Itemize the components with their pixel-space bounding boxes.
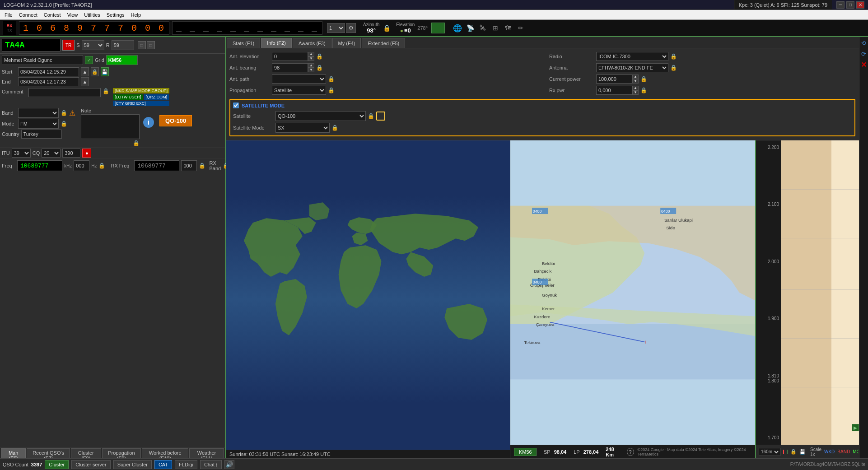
rst-input[interactable]	[112, 40, 134, 50]
cluster-btn[interactable]: Cluster	[45, 460, 69, 469]
country-input[interactable]	[21, 130, 62, 139]
menu-connect[interactable]: Connect	[16, 11, 40, 19]
svg-text:Kuzdere: Kuzdere	[534, 314, 550, 319]
power-down[interactable]: ▼	[632, 79, 639, 84]
map-help-btn[interactable]: ?	[627, 448, 634, 456]
propagation-row: Propagation Satellite 🔒	[229, 86, 536, 95]
menu-help[interactable]: Help	[128, 11, 144, 19]
mode-label-spectrum[interactable]: MODE	[853, 449, 859, 454]
band-label-spectrum[interactable]: BAND	[837, 449, 850, 454]
s-select[interactable]: 59	[82, 40, 104, 50]
radio-select[interactable]: ICOM IC-7300	[596, 52, 668, 61]
title-bar-controls: ─ □ ✕	[836, 1, 864, 9]
ant-elev-down[interactable]: ▼	[308, 56, 314, 61]
menu-file[interactable]: File	[2, 11, 15, 19]
mode-label: Mode	[2, 121, 16, 126]
chat-btn[interactable]: Chat {	[200, 460, 222, 469]
status-bar: QSO Count 3397 Cluster Cluster server Su…	[0, 458, 868, 470]
cat-btn[interactable]: CAT	[154, 460, 172, 469]
tab-man[interactable]: Man (F6)	[1, 448, 26, 458]
grid-input[interactable]	[106, 55, 138, 65]
side-icon-2[interactable]: ⟳	[860, 50, 868, 58]
channel-select[interactable]: 1	[327, 23, 345, 33]
comment-input[interactable]	[28, 88, 101, 97]
itu-select[interactable]: 39	[12, 149, 31, 158]
info-circle-btn[interactable]: i	[143, 117, 154, 128]
mode-select[interactable]: FM	[18, 119, 59, 129]
callsign-input[interactable]	[2, 39, 61, 51]
propagation-select[interactable]: Satellite	[272, 86, 326, 95]
band-select[interactable]	[18, 108, 59, 118]
minimize-button[interactable]: ─	[836, 1, 845, 9]
tab-my[interactable]: My (F4)	[332, 38, 361, 48]
end-edit-btn[interactable]: ▲	[81, 77, 89, 86]
fldigi-btn[interactable]: FLDigi	[175, 460, 197, 469]
tab-recent-qsos[interactable]: Recent QSO's (F7)	[27, 448, 70, 458]
ant-elev-input[interactable]	[272, 52, 308, 61]
antenna-select[interactable]: EFHW-8010-2K END FE	[596, 63, 668, 72]
square-icon2: □	[147, 41, 155, 49]
tab-cluster[interactable]: Cluster (F8)	[71, 448, 101, 458]
lp-label: LP	[574, 449, 579, 455]
end-save-btn[interactable]: 💾	[101, 67, 109, 76]
rxfreq-hz-input[interactable]	[181, 160, 197, 171]
spectrum-active-region	[781, 140, 831, 445]
close-button[interactable]: ✕	[856, 1, 864, 9]
pencil-icon-btn[interactable]: ✏	[515, 23, 526, 33]
globe-icon-btn[interactable]: 🌐	[452, 23, 463, 33]
cluster-server-btn[interactable]: Cluster server	[71, 460, 110, 469]
stats-tabs: Stats (F1) Info (F2) Awards (F3) My (F4)…	[226, 37, 859, 48]
rxpwr-input[interactable]	[596, 86, 632, 95]
tab-weather[interactable]: Weather (F11)	[189, 448, 224, 458]
note-textarea[interactable]	[81, 114, 140, 139]
freq-hz-input[interactable]	[74, 160, 89, 171]
satellite-mode-checkbox[interactable]	[233, 102, 239, 108]
menu-contest[interactable]: Contest	[41, 11, 64, 19]
spectrum-toggle[interactable]: ▶	[852, 424, 859, 431]
maximize-button[interactable]: □	[846, 1, 854, 9]
rxpwr-down[interactable]: ▼	[632, 90, 639, 95]
grid-icon-btn[interactable]: ⊞	[490, 23, 501, 33]
tab-awards[interactable]: Awards (F3)	[293, 38, 331, 48]
ant-bearing-input[interactable]	[272, 63, 308, 72]
speaker-btn[interactable]: 🔊	[224, 460, 234, 469]
start-edit-btn[interactable]: ▲	[81, 67, 89, 76]
menu-settings[interactable]: Settings	[104, 11, 127, 19]
satellite-select[interactable]: QO-100	[275, 111, 366, 121]
cq2-input[interactable]	[62, 149, 80, 158]
ant-elev-up[interactable]: ▲	[308, 52, 314, 56]
satellite-mode-select[interactable]: SX	[275, 123, 330, 133]
tab-info[interactable]: Info (F2)	[261, 38, 292, 48]
side-icon-x[interactable]: ✕	[860, 60, 868, 69]
super-cluster-btn[interactable]: Super Cluster	[113, 460, 152, 469]
satellite-icon-btn[interactable]: 🛰	[477, 23, 488, 33]
start-input[interactable]	[18, 67, 79, 76]
cq-red-btn[interactable]: ●	[82, 149, 91, 158]
tab-propagation[interactable]: Propagation (F9)	[102, 448, 141, 458]
flag-button[interactable]: TR	[62, 40, 75, 51]
antenna-icon-btn[interactable]: 📡	[465, 23, 476, 33]
tab-worked-before[interactable]: Worked before (F10)	[142, 448, 188, 458]
rxpwr-up[interactable]: ▲	[632, 86, 639, 90]
tab-extended[interactable]: Extended (F5)	[362, 38, 405, 48]
ant-path-select[interactable]	[272, 74, 326, 84]
menu-utilities[interactable]: Utilities	[81, 11, 103, 19]
tab-stats[interactable]: Stats (F1)	[227, 38, 260, 48]
name-lock-btn[interactable]: ✓	[85, 56, 93, 64]
band-select-spectrum[interactable]: 160m	[759, 448, 780, 456]
ant-bearing-up[interactable]: ▲	[308, 63, 314, 68]
menu-view[interactable]: View	[65, 11, 81, 19]
freq-main-input[interactable]	[17, 160, 62, 171]
wkd-label[interactable]: WKD	[824, 449, 835, 454]
spectrum-scale: 2.200 2.100 2.000 1.900 1.8101.800 1.700	[756, 140, 781, 445]
cq-select[interactable]: 20	[42, 149, 61, 158]
current-power-input[interactable]	[596, 74, 632, 84]
map-icon-btn[interactable]: 🗺	[503, 23, 513, 33]
side-icon-1[interactable]: ⟲	[860, 39, 868, 47]
channel-settings-btn[interactable]: ⚙	[346, 23, 356, 33]
name-input[interactable]	[2, 55, 83, 65]
rxfreq-input[interactable]	[134, 160, 179, 171]
ant-bearing-down[interactable]: ▼	[308, 68, 314, 72]
end-input[interactable]	[18, 77, 79, 86]
power-up[interactable]: ▲	[632, 74, 639, 79]
